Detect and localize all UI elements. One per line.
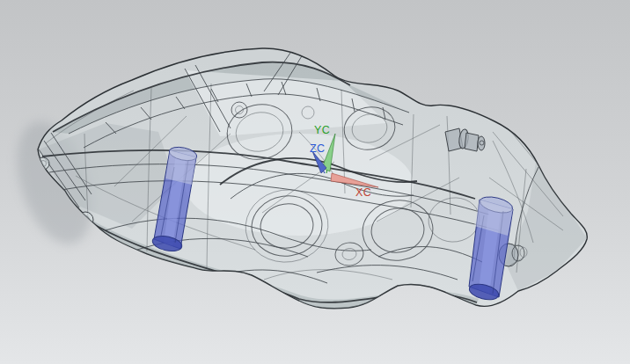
model-canvas: YC ZC XC: [0, 0, 630, 364]
axis-yc-label: YC: [314, 124, 330, 136]
axis-zc-label: ZC: [310, 142, 325, 155]
caliper-model[interactable]: [37, 48, 587, 309]
axis-xc-label: XC: [355, 186, 371, 199]
cad-viewport[interactable]: YC ZC XC: [0, 0, 630, 364]
fitting-stem: [465, 133, 479, 151]
